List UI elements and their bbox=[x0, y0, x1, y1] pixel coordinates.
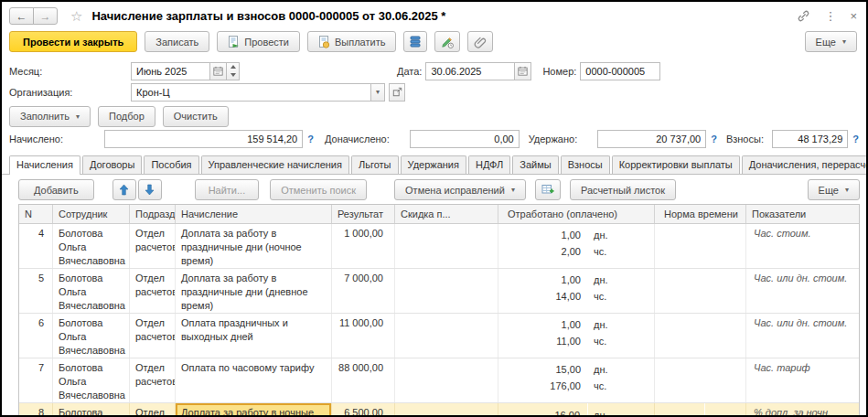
norm-values-cell[interactable] bbox=[655, 224, 705, 268]
save-button[interactable]: Записать bbox=[145, 31, 209, 52]
help-icon[interactable]: ? bbox=[307, 134, 314, 144]
more-menu-icon[interactable]: ⋮ bbox=[824, 10, 836, 22]
column-header-num[interactable]: N bbox=[19, 205, 53, 223]
tab-benefits[interactable]: Пособия bbox=[144, 155, 198, 174]
worked-values-cell[interactable]: 1,00 11,00 bbox=[498, 314, 588, 358]
discount-cell[interactable] bbox=[395, 224, 498, 268]
favorite-star-icon[interactable]: ☆ bbox=[70, 9, 82, 23]
close-icon[interactable]: × bbox=[850, 10, 857, 22]
employee-cell[interactable]: Болотова Ольга Вячеславовна bbox=[53, 358, 130, 402]
column-header-norm[interactable]: Норма времени bbox=[655, 205, 746, 223]
norm-units-cell[interactable] bbox=[705, 269, 746, 313]
worked-units-cell[interactable]: дн. чс. bbox=[588, 269, 655, 313]
post-and-close-button[interactable]: Провести и закрыть bbox=[9, 31, 137, 52]
additional-input[interactable]: 0,00 bbox=[410, 130, 520, 148]
worked-values-cell[interactable]: 15,00 176,00 bbox=[498, 358, 588, 402]
norm-units-cell[interactable] bbox=[705, 358, 746, 402]
find-button[interactable]: Найти... bbox=[195, 179, 260, 200]
table-row[interactable]: 4 Болотова Ольга Вячеславовна Отдел расч… bbox=[19, 224, 859, 269]
selected-accrual-cell[interactable]: Доплата за работу в ночные часы bbox=[176, 403, 332, 417]
tab-loans[interactable]: Займы bbox=[512, 155, 558, 174]
tab-contributions[interactable]: Взносы bbox=[561, 155, 610, 174]
worked-values-cell[interactable]: 1,00 14,00 bbox=[498, 269, 588, 313]
norm-units-cell[interactable] bbox=[705, 224, 746, 268]
table-row[interactable]: 5 Болотова Ольга Вячеславовна Отдел расч… bbox=[19, 269, 859, 314]
tab-contracts[interactable]: Договоры bbox=[82, 155, 142, 174]
norm-values-cell[interactable] bbox=[655, 403, 705, 417]
date-calendar-button[interactable] bbox=[515, 62, 531, 80]
column-header-indicators[interactable]: Показатели bbox=[746, 205, 859, 223]
employee-cell[interactable]: Болотова Ольга Вячеславовна bbox=[53, 314, 130, 358]
more-button[interactable]: Еще▾ bbox=[805, 31, 857, 52]
payslip-button[interactable]: Расчетный листок bbox=[570, 179, 676, 200]
department-cell[interactable]: Отдел расчетов... bbox=[130, 269, 176, 313]
tab-privileges[interactable]: Льготы bbox=[351, 155, 399, 174]
tab-ndfl[interactable]: НДФЛ bbox=[468, 155, 510, 174]
month-input[interactable]: Июнь 2025 bbox=[131, 62, 210, 80]
help-icon[interactable]: ? bbox=[711, 134, 717, 144]
indicator-cell[interactable]: Час. или дн. стоим. bbox=[746, 314, 859, 358]
department-cell[interactable]: Отдел расчетов... bbox=[130, 403, 176, 417]
indicator-cell[interactable]: % допл. за ночн. bbox=[746, 403, 859, 417]
worked-units-cell[interactable]: дн. чс. bbox=[588, 314, 655, 358]
norm-units-cell[interactable] bbox=[705, 314, 746, 358]
worked-units-cell[interactable]: дн. чс. bbox=[588, 224, 655, 268]
table-row[interactable]: 7 Болотова Ольга Вячеславовна Отдел расч… bbox=[19, 358, 859, 403]
tab-recalculations[interactable]: Доначисления, перерасчеты bbox=[742, 155, 868, 174]
accrual-cell[interactable]: Доплата за работу в праздничные дни (дне… bbox=[176, 269, 332, 313]
tab-management-accruals[interactable]: Управленческие начисления bbox=[201, 155, 349, 174]
result-cell[interactable]: 6 500,00 bbox=[332, 403, 395, 417]
norm-values-cell[interactable] bbox=[655, 314, 705, 358]
employee-cell[interactable]: Болотова Ольга Вячеславовна bbox=[53, 269, 130, 313]
undo-corrections-button[interactable]: Отмена исправлений▾ bbox=[394, 179, 526, 200]
norm-values-cell[interactable] bbox=[655, 358, 705, 402]
column-header-accrual[interactable]: Начисление bbox=[176, 205, 332, 223]
contributions-input[interactable]: 48 173,29 bbox=[772, 130, 848, 148]
indicator-cell[interactable]: Час. или дн. стоим. bbox=[746, 269, 859, 313]
column-header-discount[interactable]: Скидка п... bbox=[395, 205, 498, 223]
edit-history-button[interactable] bbox=[434, 31, 460, 52]
tab-accruals[interactable]: Начисления bbox=[9, 155, 80, 175]
worked-values-cell[interactable]: 16,00 65,00 bbox=[498, 403, 588, 417]
fill-button[interactable]: Заполнить▾ bbox=[9, 106, 91, 127]
month-calendar-button[interactable] bbox=[210, 62, 227, 80]
document-register-button[interactable] bbox=[403, 31, 427, 52]
post-button[interactable]: Провести bbox=[217, 31, 300, 52]
month-spinner[interactable] bbox=[227, 62, 240, 80]
column-header-department[interactable]: Подразд... bbox=[130, 205, 176, 223]
accrual-cell[interactable]: Оплата по часовому тарифу bbox=[176, 358, 332, 402]
accrual-cell[interactable]: Оплата праздничных и выходных дней bbox=[176, 314, 332, 358]
table-row-selected[interactable]: 8 Болотова Ольга Вячеславовна Отдел расч… bbox=[19, 403, 859, 417]
indicator-cell[interactable]: Час. стоим. bbox=[746, 224, 859, 268]
back-button[interactable]: ← bbox=[9, 7, 34, 25]
discount-cell[interactable] bbox=[395, 358, 498, 402]
withheld-input[interactable]: 20 737,00 bbox=[597, 130, 706, 148]
discount-cell[interactable] bbox=[395, 269, 498, 313]
result-cell[interactable]: 11 000,00 bbox=[332, 314, 395, 358]
worked-values-cell[interactable]: 1,00 2,00 bbox=[498, 224, 588, 268]
result-cell[interactable]: 7 000,00 bbox=[332, 269, 395, 313]
add-row-button[interactable]: Добавить bbox=[18, 179, 94, 200]
employee-cell[interactable]: Болотова Ольга Вячеславовна bbox=[53, 403, 130, 417]
tab-deductions[interactable]: Удержания bbox=[401, 155, 466, 174]
cancel-search-button[interactable]: Отменить поиск bbox=[270, 179, 367, 200]
norm-values-cell[interactable] bbox=[655, 269, 705, 313]
organization-dropdown-button[interactable]: ▾ bbox=[371, 83, 385, 102]
result-cell[interactable]: 88 000,00 bbox=[332, 358, 395, 402]
accrual-cell[interactable]: Доплата за работу в праздничные дни (ноч… bbox=[176, 224, 332, 268]
column-header-worked[interactable]: Отработано (оплачено) bbox=[498, 205, 655, 223]
number-input[interactable]: 0000-000005 bbox=[580, 62, 660, 80]
result-cell[interactable]: 1 000,00 bbox=[332, 224, 395, 268]
date-input[interactable]: 30.06.2025 bbox=[425, 62, 515, 80]
norm-units-cell[interactable] bbox=[705, 403, 746, 417]
discount-cell[interactable] bbox=[395, 403, 498, 417]
organization-open-button[interactable] bbox=[389, 83, 405, 102]
discount-cell[interactable] bbox=[395, 314, 498, 358]
worked-units-cell[interactable]: дн. чс. bbox=[588, 403, 655, 417]
table-row[interactable]: 6 Болотова Ольга Вячеславовна Отдел расч… bbox=[19, 314, 859, 358]
department-cell[interactable]: Отдел расчетов... bbox=[130, 314, 176, 358]
forward-button[interactable]: → bbox=[33, 7, 58, 25]
pay-button[interactable]: Выплатить bbox=[307, 31, 396, 52]
column-header-result[interactable]: Результат bbox=[332, 205, 395, 223]
department-cell[interactable]: Отдел расчетов... bbox=[130, 358, 176, 402]
